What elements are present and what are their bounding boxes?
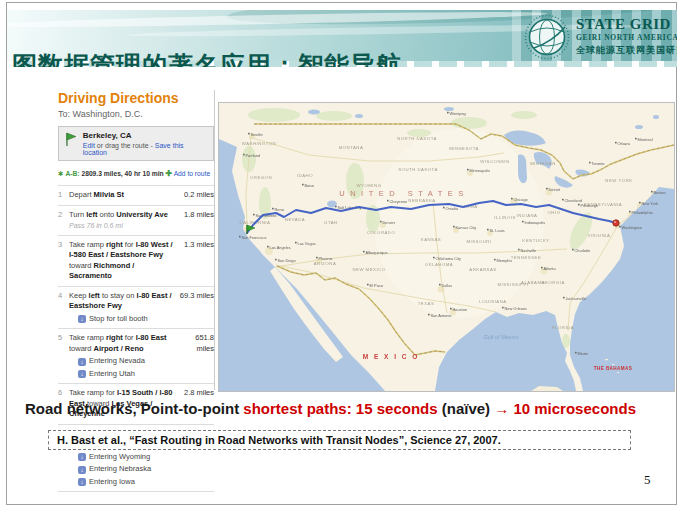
svg-text:Seattle: Seattle: [251, 132, 263, 137]
svg-text:TEXAS: TEXAS: [418, 301, 435, 306]
step-number: 1: [58, 190, 69, 201]
svg-text:OHIO: OHIO: [548, 210, 561, 215]
edit-route-link[interactable]: Edit: [83, 142, 95, 149]
svg-text:San Diego: San Diego: [278, 258, 296, 263]
step-distance: 69.3 miles: [178, 291, 214, 325]
svg-text:Dallas: Dallas: [442, 283, 453, 288]
svg-text:Ottawa: Ottawa: [618, 141, 631, 146]
entering-state-icon: ↓: [78, 453, 86, 461]
svg-text:VIRGINIA: VIRGINIA: [588, 233, 611, 238]
stategrid-logo-text: STATE GRID GEIRI NORTH AMERICA 全球能源互联网美国…: [576, 14, 677, 60]
svg-text:Jacksonville: Jacksonville: [566, 296, 587, 301]
page-number: 5: [644, 472, 651, 488]
svg-text:New York: New York: [642, 201, 658, 206]
svg-text:LOUISIANA: LOUISIANA: [479, 299, 506, 304]
svg-text:OKLAHOMA: OKLAHOMA: [425, 262, 453, 267]
step-sub-item: ↓Entering Utah: [78, 369, 176, 380]
svg-text:INDIANA: INDIANA: [517, 213, 538, 218]
svg-text:Las Vegas: Las Vegas: [298, 241, 316, 246]
step-instruction: Depart Milvia St: [69, 190, 178, 201]
svg-text:ILLINOIS: ILLINOIS: [494, 215, 516, 220]
step-instruction: Take ramp right for I-80 West / I-580 Ea…: [69, 240, 178, 282]
svg-text:Los Angeles: Los Angeles: [270, 245, 291, 250]
direction-step: 2Turn left onto University AvePass 76 in…: [58, 206, 214, 236]
direction-step: 3Take ramp right for I-80 West / I-580 E…: [58, 236, 214, 287]
svg-text:Chicago: Chicago: [514, 197, 528, 202]
headline-segment: 10 microseconds: [513, 400, 636, 417]
presentation-slide: 图数据管理的著名应用：智能导航 STATE GRID GEIRI NORTH A…: [0, 0, 684, 513]
svg-text:ARKANSAS: ARKANSAS: [469, 267, 496, 272]
step-number: 4: [58, 291, 69, 325]
headline-segment: →: [494, 400, 513, 417]
svg-text:ARIZONA: ARIZONA: [314, 261, 337, 266]
direction-step: 4Keep left to stay on I-80 East / Eastsh…: [58, 287, 214, 330]
svg-text:Washington: Washington: [622, 225, 642, 230]
svg-text:OREGON: OREGON: [250, 175, 272, 180]
add-to-route-link[interactable]: Add to route: [172, 170, 210, 177]
step-instruction: Turn left onto University AvePass 76 in …: [69, 210, 178, 231]
headline-segment: shortest paths: 15 seconds: [243, 400, 437, 417]
direction-step: 5Take ramp right for I-80 East toward Ai…: [58, 329, 214, 384]
direction-step: 1Depart Milvia St0.2 miles: [58, 186, 214, 206]
origin-links-text: or drag the route: [95, 142, 151, 149]
step-sub-item: ↓Entering Wyoming: [78, 452, 176, 463]
step-distance: 1.3 miles: [178, 240, 214, 282]
svg-text:Montreal: Montreal: [638, 137, 653, 142]
svg-text:UNITED STATES: UNITED STATES: [339, 189, 469, 198]
step-number: 5: [58, 333, 69, 379]
svg-text:St. Louis: St. Louis: [490, 228, 505, 233]
step-sub-item: ↓Entering Nevada: [78, 356, 176, 367]
svg-text:Cheyenne: Cheyenne: [390, 199, 408, 204]
step-instruction: Keep left to stay on I-80 East / Eastsho…: [69, 291, 178, 325]
map-canvas: WASHINGTONOREGONCALIFORNIANEVADAIDAHOMON…: [219, 103, 674, 391]
brand-name: STATE GRID: [576, 17, 677, 32]
step-note: Pass 76 in 0.6 mi: [69, 221, 176, 231]
svg-text:NEW MEXICO: NEW MEXICO: [352, 267, 385, 272]
svg-text:MINNESOTA: MINNESOTA: [449, 146, 479, 151]
us-route-map: WASHINGTONOREGONCALIFORNIANEVADAIDAHOMON…: [218, 102, 675, 392]
step-distance: 0.2 miles: [178, 190, 214, 201]
svg-text:Charlotte: Charlotte: [575, 248, 591, 253]
end-marker-icon: [613, 220, 619, 226]
entering-state-icon: ↓: [78, 315, 86, 323]
svg-text:MICHIGAN: MICHIGAN: [530, 161, 556, 166]
entering-state-icon: ↓: [78, 466, 86, 474]
citation-text: H. Bast et al., “Fast Routing in Road Ne…: [57, 434, 501, 446]
svg-text:GEORGIA: GEORGIA: [541, 280, 565, 285]
svg-text:Indianapolis: Indianapolis: [525, 220, 546, 225]
start-flag-icon: [64, 131, 78, 147]
svg-text:WISCONSIN: WISCONSIN: [480, 159, 509, 164]
driving-directions-panel: Driving Directions To: Washington, D.C. …: [58, 90, 215, 390]
svg-text:San Antonio: San Antonio: [431, 313, 452, 318]
svg-text:WASHINGTON: WASHINGTON: [242, 141, 276, 146]
svg-text:KENTUCKY: KENTUCKY: [522, 238, 549, 243]
svg-text:NEVADA: NEVADA: [285, 217, 305, 222]
headline-segment: (naïve): [438, 400, 495, 417]
svg-text:COLORADO: COLORADO: [367, 230, 396, 235]
svg-text:IDAHO: IDAHO: [297, 173, 313, 178]
origin-card[interactable]: Berkeley, CA Edit or drag the route - Sa…: [58, 126, 214, 161]
origin-links: Edit or drag the route - Save this locat…: [83, 142, 208, 156]
svg-text:Winnipeg: Winnipeg: [450, 111, 466, 116]
stategrid-globe-icon: [524, 14, 570, 60]
page-title: 图数据管理的著名应用：智能导航: [12, 49, 402, 67]
svg-text:WYOMING: WYOMING: [357, 183, 382, 188]
origin-name: Berkeley, CA: [83, 131, 208, 140]
header-band: 图数据管理的著名应用：智能导航 STATE GRID GEIRI NORTH A…: [7, 10, 677, 67]
svg-text:FLORIDA: FLORIDA: [552, 325, 574, 330]
svg-text:MISSOURI: MISSOURI: [466, 239, 491, 244]
step-sub-item: ↓Stop for toll booth: [78, 314, 176, 325]
entering-state-icon: ↓: [78, 358, 86, 366]
route-star-icon: ✱: [58, 170, 64, 177]
step-number: 3: [58, 240, 69, 282]
svg-text:Nashville: Nashville: [521, 248, 537, 253]
svg-text:Houston: Houston: [453, 307, 468, 312]
svg-text:NEBRASKA: NEBRASKA: [408, 198, 435, 203]
brand-subtitle-cn: 全球能源互联网美国研究院: [576, 44, 677, 57]
step-sub-item: ↓Entering Nebraska: [78, 464, 176, 475]
svg-text:Denver: Denver: [383, 220, 396, 225]
svg-text:Portland: Portland: [246, 153, 261, 158]
svg-text:Minneapolis: Minneapolis: [470, 168, 491, 173]
route-endpoints-label: A-B:: [65, 170, 79, 177]
svg-text:Phoenix: Phoenix: [319, 256, 333, 261]
